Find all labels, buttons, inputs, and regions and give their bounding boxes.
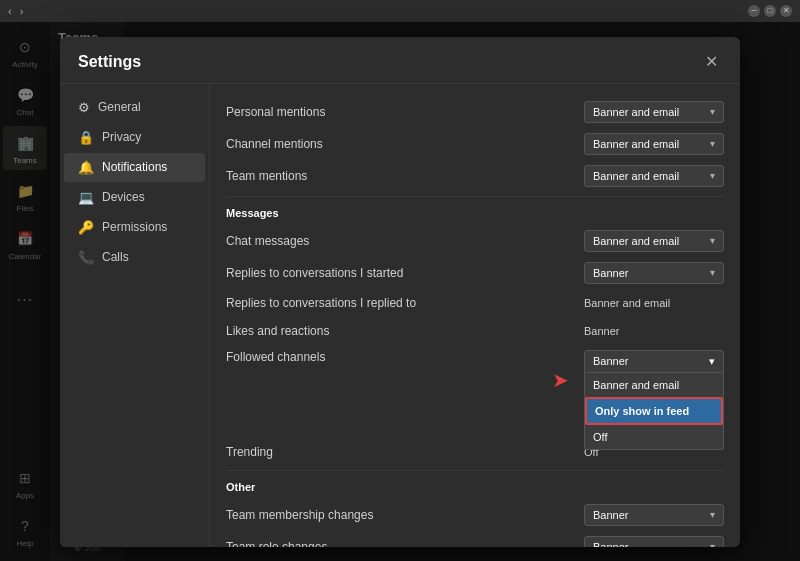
- chat-messages-value: Banner and email: [593, 235, 679, 247]
- notifications-icon: 🔔: [78, 160, 94, 175]
- channel-mentions-value: Banner and email: [593, 138, 679, 150]
- replies-replied-value: Banner and email: [584, 297, 724, 309]
- chevron-down-icon: ▾: [710, 106, 715, 117]
- devices-icon: 💻: [78, 190, 94, 205]
- team-mentions-btn[interactable]: Banner and email ▾: [584, 165, 724, 187]
- replies-started-dropdown[interactable]: Banner ▾: [584, 262, 724, 284]
- messages-section-label: Messages: [226, 207, 724, 219]
- replies-started-label: Replies to conversations I started: [226, 266, 584, 280]
- chevron-down-icon: ▾: [709, 355, 715, 368]
- window-controls[interactable]: ─ □ ✕: [748, 5, 792, 17]
- team-role-btn[interactable]: Banner ▾: [584, 536, 724, 547]
- channel-mentions-dropdown[interactable]: Banner and email ▾: [584, 133, 724, 155]
- channel-mentions-row: Channel mentions Banner and email ▾: [226, 128, 724, 160]
- dropdown-option-only-feed[interactable]: Only show in feed: [585, 397, 723, 425]
- team-mentions-dropdown[interactable]: Banner and email ▾: [584, 165, 724, 187]
- chat-messages-label: Chat messages: [226, 234, 584, 248]
- personal-mentions-label: Personal mentions: [226, 105, 584, 119]
- devices-label: Devices: [102, 190, 145, 204]
- team-membership-btn[interactable]: Banner ▾: [584, 504, 724, 526]
- notifications-label: Notifications: [102, 160, 167, 174]
- team-membership-value: Banner: [593, 509, 628, 521]
- chevron-down-icon: ▾: [710, 509, 715, 520]
- replies-replied-label: Replies to conversations I replied to: [226, 296, 584, 310]
- likes-row: Likes and reactions Banner: [226, 317, 724, 345]
- privacy-label: Privacy: [102, 130, 141, 144]
- nav-fwd[interactable]: ›: [20, 5, 24, 17]
- dropdown-option-banner-email[interactable]: Banner and email: [585, 373, 723, 397]
- chevron-down-icon: ▾: [710, 170, 715, 181]
- replies-started-row: Replies to conversations I started Banne…: [226, 257, 724, 289]
- team-mentions-label: Team mentions: [226, 169, 584, 183]
- general-label: General: [98, 100, 141, 114]
- trending-label: Trending: [226, 445, 584, 459]
- permissions-icon: 🔑: [78, 220, 94, 235]
- nav-controls[interactable]: ‹ ›: [8, 5, 23, 17]
- chat-messages-dropdown[interactable]: Banner and email ▾: [584, 230, 724, 252]
- close-btn[interactable]: ✕: [780, 5, 792, 17]
- personal-mentions-btn[interactable]: Banner and email ▾: [584, 101, 724, 123]
- settings-title: Settings: [78, 53, 141, 71]
- chevron-down-icon: ▾: [710, 235, 715, 246]
- replies-started-value: Banner: [593, 267, 628, 279]
- settings-close-button[interactable]: ✕: [700, 51, 722, 73]
- main-layout: ⊙ Activity 💬 Chat 🏢 Teams 📁 Files 📅 Cale…: [0, 22, 800, 561]
- general-icon: ⚙: [78, 100, 90, 115]
- channel-mentions-label: Channel mentions: [226, 137, 584, 151]
- maximize-btn[interactable]: □: [764, 5, 776, 17]
- title-bar: ‹ › ─ □ ✕: [0, 0, 800, 22]
- team-role-value: Banner: [593, 541, 628, 547]
- calls-icon: 📞: [78, 250, 94, 265]
- personal-mentions-dropdown[interactable]: Banner and email ▾: [584, 101, 724, 123]
- other-section-label: Other: [226, 481, 724, 493]
- chevron-down-icon: ▾: [710, 541, 715, 547]
- likes-value: Banner: [584, 325, 724, 337]
- calls-label: Calls: [102, 250, 129, 264]
- permissions-label: Permissions: [102, 220, 167, 234]
- team-mentions-row: Team mentions Banner and email ▾: [226, 160, 724, 192]
- privacy-icon: 🔒: [78, 130, 94, 145]
- personal-mentions-value: Banner and email: [593, 106, 679, 118]
- team-membership-dropdown[interactable]: Banner ▾: [584, 504, 724, 526]
- channel-mentions-btn[interactable]: Banner and email ▾: [584, 133, 724, 155]
- settings-nav-permissions[interactable]: 🔑 Permissions: [64, 213, 205, 242]
- settings-nav-notifications[interactable]: 🔔 Notifications: [64, 153, 205, 182]
- arrow-right-icon: ➤: [552, 368, 569, 392]
- settings-nav-devices[interactable]: 💻 Devices: [64, 183, 205, 212]
- followed-channels-menu: Banner and email Only show in feed Off: [584, 373, 724, 450]
- likes-label: Likes and reactions: [226, 324, 584, 338]
- settings-nav-privacy[interactable]: 🔒 Privacy: [64, 123, 205, 152]
- nav-back[interactable]: ‹: [8, 5, 12, 17]
- personal-mentions-row: Personal mentions Banner and email ▾: [226, 96, 724, 128]
- followed-channels-row: Followed channels ➤ Banner ▾ Banner and …: [226, 345, 724, 378]
- followed-channels-btn[interactable]: Banner ▾: [584, 350, 724, 373]
- followed-channels-label: Followed channels: [226, 350, 584, 364]
- divider-2: [226, 470, 724, 471]
- team-membership-label: Team membership changes: [226, 508, 584, 522]
- team-role-dropdown[interactable]: Banner ▾: [584, 536, 724, 547]
- settings-nav-calls[interactable]: 📞 Calls: [64, 243, 205, 272]
- chevron-down-icon: ▾: [710, 267, 715, 278]
- divider-1: [226, 196, 724, 197]
- settings-content: Personal mentions Banner and email ▾ Cha…: [210, 84, 740, 547]
- replies-started-btn[interactable]: Banner ▾: [584, 262, 724, 284]
- followed-channels-value: Banner: [593, 355, 628, 367]
- dropdown-option-off[interactable]: Off: [585, 425, 723, 449]
- settings-overlay: Settings ✕ ⚙ General 🔒 Privacy 🔔: [0, 22, 800, 561]
- team-mentions-value: Banner and email: [593, 170, 679, 182]
- minimize-btn[interactable]: ─: [748, 5, 760, 17]
- team-membership-row: Team membership changes Banner ▾: [226, 499, 724, 531]
- chat-messages-btn[interactable]: Banner and email ▾: [584, 230, 724, 252]
- settings-modal: Settings ✕ ⚙ General 🔒 Privacy 🔔: [60, 37, 740, 547]
- settings-nav: ⚙ General 🔒 Privacy 🔔 Notifications 💻 De…: [60, 84, 210, 547]
- team-role-label: Team role changes: [226, 540, 584, 547]
- settings-body: ⚙ General 🔒 Privacy 🔔 Notifications 💻 De…: [60, 84, 740, 547]
- followed-channels-dropdown[interactable]: ➤ Banner ▾ Banner and email Only show in…: [584, 350, 724, 373]
- team-role-row: Team role changes Banner ▾: [226, 531, 724, 547]
- settings-nav-general[interactable]: ⚙ General: [64, 93, 205, 122]
- chat-messages-row: Chat messages Banner and email ▾: [226, 225, 724, 257]
- chevron-down-icon: ▾: [710, 138, 715, 149]
- replies-replied-row: Replies to conversations I replied to Ba…: [226, 289, 724, 317]
- settings-header: Settings ✕: [60, 37, 740, 84]
